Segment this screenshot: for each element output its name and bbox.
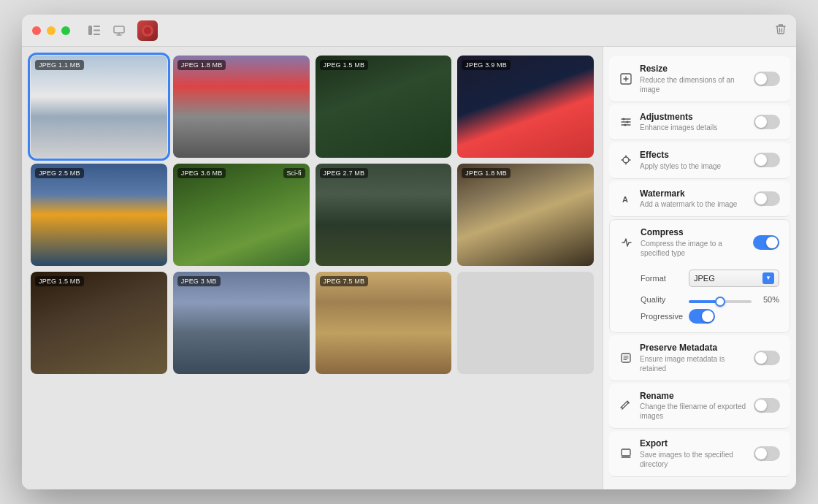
image-badge-1: JPEG 1.1 MB xyxy=(35,60,84,70)
option-row-adjustments: Adjustments Enhance images details xyxy=(609,104,790,141)
option-text-rename: Rename Change the filename of exported i… xyxy=(640,391,746,421)
option-title-export: Export xyxy=(640,438,746,450)
compress-icon xyxy=(620,236,633,249)
minimize-button[interactable] xyxy=(47,26,56,35)
image-cell-4[interactable]: JPEG 3.9 MB xyxy=(457,56,594,158)
image-cell-7[interactable]: JPEG 2.7 MB xyxy=(316,164,452,266)
image-cell-3[interactable]: JPEG 1.5 MB xyxy=(316,56,452,158)
adjustments-icon xyxy=(619,115,632,129)
option-subtitle-preserve-metadata: Ensure image metadata is retained xyxy=(640,354,746,373)
image-scene-label-6: Sci-fi xyxy=(283,168,305,178)
option-title-watermark: Watermark xyxy=(640,188,746,200)
image-grid-area: JPEG 1.1 MBJPEG 1.8 MBJPEG 1.5 MBJPEG 3.… xyxy=(22,47,603,489)
option-subtitle-export: Save images to the specified directory xyxy=(640,450,746,469)
image-cell-12[interactable] xyxy=(457,272,594,374)
option-text-preserve-metadata: Preserve Metadata Ensure image metadata … xyxy=(640,343,746,373)
image-badge-6: JPEG 3.6 MB xyxy=(177,168,226,178)
option-title-rename: Rename xyxy=(640,391,746,402)
progressive-label: Progressive xyxy=(641,312,683,321)
close-button[interactable] xyxy=(32,26,41,35)
image-badge-8: JPEG 1.8 MB xyxy=(462,168,511,178)
format-label: Format xyxy=(641,274,683,283)
resize-icon xyxy=(619,72,632,85)
image-cell-1[interactable]: JPEG 1.1 MB xyxy=(31,56,167,158)
option-subtitle-watermark: Add a watermark to the image xyxy=(640,199,746,209)
sidebar-toggle-icon[interactable] xyxy=(88,24,101,37)
compress-body: Format JPEG ▼ Quality 50% xyxy=(610,265,790,332)
format-select[interactable]: JPEG ▼ xyxy=(689,270,779,287)
content-area: JPEG 1.1 MBJPEG 1.8 MBJPEG 1.5 MBJPEG 3.… xyxy=(22,47,796,489)
app-icon xyxy=(137,20,158,41)
option-row-rename: Rename Change the filename of exported i… xyxy=(609,383,790,429)
app-window: JPEG 1.1 MBJPEG 1.8 MBJPEG 1.5 MBJPEG 3.… xyxy=(22,15,796,489)
svg-point-8 xyxy=(144,27,151,34)
option-subtitle-resize: Reduce the dimensions of an image xyxy=(640,75,746,94)
display-icon[interactable] xyxy=(112,24,126,37)
rename-icon xyxy=(619,399,632,412)
compress-text: Compress Compress the image to a specifi… xyxy=(641,227,746,258)
image-badge-10: JPEG 3 MB xyxy=(177,276,221,286)
watermark-icon: A xyxy=(619,192,632,205)
compress-title: Compress xyxy=(641,227,746,239)
svg-text:A: A xyxy=(622,195,628,204)
svg-rect-3 xyxy=(93,34,100,35)
option-subtitle-rename: Change the filename of exported images xyxy=(640,402,746,421)
image-cell-6[interactable]: JPEG 3.6 MBSci-fi xyxy=(173,164,310,266)
quality-value: 50% xyxy=(757,295,779,304)
export-btn-area: Export Images xyxy=(603,486,796,489)
option-title-preserve-metadata: Preserve Metadata xyxy=(640,343,746,354)
image-cell-9[interactable]: JPEG 1.5 MB xyxy=(31,272,167,374)
trash-button[interactable] xyxy=(776,23,786,38)
svg-rect-22 xyxy=(622,449,630,456)
svg-rect-4 xyxy=(114,26,124,33)
svg-point-13 xyxy=(623,118,625,120)
format-arrow-icon: ▼ xyxy=(762,272,774,284)
quality-label: Quality xyxy=(641,295,683,304)
toggle-export[interactable] xyxy=(754,446,780,461)
image-cell-8[interactable]: JPEG 1.8 MB xyxy=(457,164,594,266)
toggle-resize[interactable] xyxy=(754,72,780,86)
metadata-icon xyxy=(619,351,632,364)
compress-section: Compress Compress the image to a specifi… xyxy=(609,219,790,333)
toggle-effects[interactable] xyxy=(754,153,780,167)
option-row-resize: Resize Reduce the dimensions of an image xyxy=(609,56,790,102)
option-text-watermark: Watermark Add a watermark to the image xyxy=(640,188,746,210)
option-subtitle-adjustments: Enhance images details xyxy=(640,123,746,132)
image-cell-5[interactable]: JPEG 2.5 MB xyxy=(31,164,167,266)
option-subtitle-effects: Apply styles to the image xyxy=(640,161,746,171)
toggle-watermark[interactable] xyxy=(754,191,780,206)
svg-rect-0 xyxy=(88,26,92,35)
image-badge-7: JPEG 2.7 MB xyxy=(320,168,369,178)
svg-point-16 xyxy=(623,157,629,163)
svg-rect-1 xyxy=(93,26,100,27)
quality-slider[interactable] xyxy=(689,300,752,303)
format-value: JPEG xyxy=(694,274,715,283)
progressive-toggle[interactable] xyxy=(689,309,715,324)
compress-subtitle: Compress the image to a specified type xyxy=(641,239,746,258)
toggle-preserve-metadata[interactable] xyxy=(754,351,780,365)
image-cell-2[interactable]: JPEG 1.8 MB xyxy=(173,56,310,158)
maximize-button[interactable] xyxy=(61,26,70,35)
option-row-effects: Effects Apply styles to the image xyxy=(609,142,790,179)
image-badge-3: JPEG 1.5 MB xyxy=(320,60,369,70)
export-icon xyxy=(619,447,632,460)
option-text-export: Export Save images to the specified dire… xyxy=(640,438,746,469)
image-badge-2: JPEG 1.8 MB xyxy=(177,60,226,70)
svg-point-14 xyxy=(627,121,629,123)
option-title-effects: Effects xyxy=(640,150,746,161)
sidebar: Resize Reduce the dimensions of an image… xyxy=(603,47,796,489)
image-cell-11[interactable]: JPEG 7.5 MB xyxy=(316,272,452,374)
titlebar xyxy=(22,15,796,47)
image-badge-9: JPEG 1.5 MB xyxy=(35,276,84,286)
toggle-rename[interactable] xyxy=(754,398,780,413)
image-cell-10[interactable]: JPEG 3 MB xyxy=(173,272,310,374)
compress-toggle[interactable] xyxy=(753,235,779,250)
option-text-resize: Resize Reduce the dimensions of an image xyxy=(640,64,746,94)
image-badge-4: JPEG 3.9 MB xyxy=(462,60,511,70)
compress-header: Compress Compress the image to a specifi… xyxy=(610,220,790,265)
option-title-adjustments: Adjustments xyxy=(640,112,746,123)
image-grid: JPEG 1.1 MBJPEG 1.8 MBJPEG 1.5 MBJPEG 3.… xyxy=(31,56,594,374)
option-row-watermark: A Watermark Add a watermark to the image xyxy=(609,181,790,218)
option-row-export: Export Save images to the specified dire… xyxy=(609,431,790,477)
toggle-adjustments[interactable] xyxy=(754,115,780,129)
